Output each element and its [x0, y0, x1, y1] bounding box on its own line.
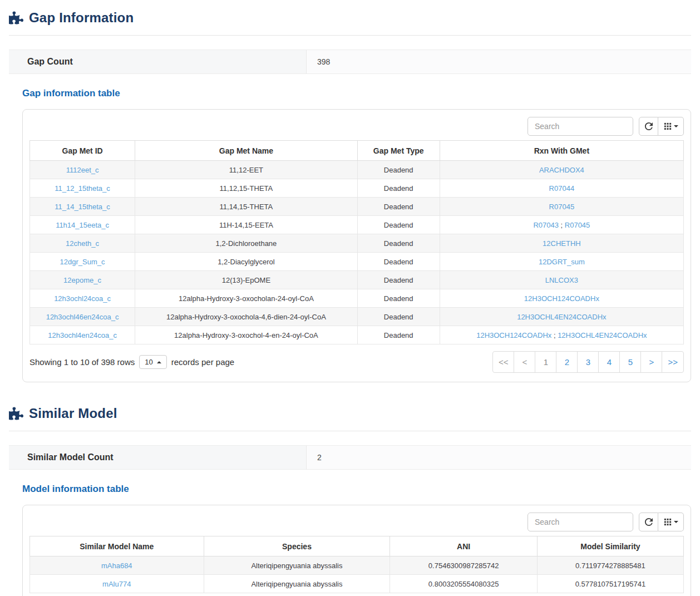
page-button[interactable]: > [640, 351, 662, 373]
gap-met-type-cell: Deadend [357, 161, 440, 179]
caret-up-icon [157, 361, 161, 363]
rxn-with-gmet-cell: R07044 [440, 179, 683, 198]
col-ani: ANI [390, 536, 537, 556]
gap-met-id-link[interactable]: 11_14_15theta_c [55, 203, 110, 211]
columns-button[interactable] [658, 513, 684, 531]
gap-count-label: Gap Count [9, 50, 307, 73]
similar-model-link[interactable]: mAlu774 [102, 580, 131, 588]
rxn-link[interactable]: 12H3OCH124COADHx [476, 331, 551, 339]
gap-table-heading-link[interactable]: Gap information table [22, 88, 691, 99]
rxn-link[interactable]: ARACHDOX4 [539, 166, 584, 174]
puzzle-piece-icon [9, 11, 23, 24]
gap-table: Gap Met ID Gap Met Name Gap Met Type Rxn… [29, 140, 684, 344]
search-input[interactable] [528, 513, 633, 531]
page-button[interactable]: << [492, 351, 515, 373]
model-table-row: mAha684Alteriqipengyuania abyssalis0.754… [30, 556, 684, 575]
similar-model-count-value: 2 [307, 446, 691, 469]
gap-table-row: 12h3ochl24coa_c12alpha-Hydroxy-3-oxochol… [30, 289, 684, 308]
gap-met-name-cell: 11,12,15-THETA [135, 179, 358, 198]
gap-met-type-cell: Deadend [357, 308, 440, 326]
page-button[interactable]: 5 [619, 351, 641, 373]
rxn-link[interactable]: 12H3OCHL4EN24COADHx [558, 331, 647, 339]
page-size-value: 10 [145, 358, 152, 366]
similar-model-section: Similar Model Similar Model Count 2 Mode… [9, 406, 691, 596]
rxn-link[interactable]: R07045 [565, 221, 590, 229]
divider [9, 431, 691, 431]
gap-met-name-cell: 12alpha-Hydroxy-3-oxochola-4,6-dien-24-o… [135, 308, 358, 326]
rxn-link[interactable]: R07043 [533, 221, 559, 229]
col-gap-met-name: Gap Met Name [135, 141, 358, 161]
caret-down-icon [674, 521, 678, 523]
gap-table-row: 12epome_c12(13)-EpOMEDeadendLNLCOX3 [30, 271, 684, 289]
gap-table-row: 1112eet_c11,12-EETDeadendARACHDOX4 [30, 161, 684, 179]
caret-down-icon [674, 125, 678, 127]
page-size-dropdown[interactable]: 10 [139, 355, 166, 369]
gap-met-name-cell: 1,2-Diacylglycerol [135, 253, 358, 271]
gap-met-type-cell: Deadend [357, 198, 440, 216]
gap-met-id-link[interactable]: 11_12_15theta_c [55, 184, 110, 193]
gap-met-type-cell: Deadend [357, 253, 440, 271]
rxn-with-gmet-cell: 12CHETHH [440, 234, 683, 253]
gap-met-name-cell: 11H-14,15-EETA [135, 216, 358, 234]
gap-met-type-cell: Deadend [357, 179, 440, 198]
rxn-link[interactable]: 12H3OCHL4EN24COADHx [517, 313, 606, 321]
rxn-link[interactable]: 12DGRT_sum [539, 258, 585, 266]
gap-table-row: 12dgr_Sum_c1,2-DiacylglycerolDeadend12DG… [30, 253, 684, 271]
gap-met-id-link[interactable]: 1112eet_c [66, 166, 99, 174]
rxn-link[interactable]: 12H3OCH124COADHx [524, 294, 599, 303]
gap-met-id-link[interactable]: 11h14_15eeta_c [56, 221, 109, 229]
gap-met-id-cell: 12epome_c [30, 271, 135, 289]
columns-grid-icon [664, 518, 672, 526]
gap-met-id-cell: 11h14_15eeta_c [30, 216, 135, 234]
rxn-link[interactable]: R07044 [549, 184, 575, 193]
columns-button[interactable] [658, 117, 684, 136]
model-table-row: mAlu774Alteriqipengyuania abyssalis0.800… [30, 575, 684, 593]
gap-met-id-link[interactable]: 12dgr_Sum_c [60, 258, 105, 266]
gap-met-name-cell: 12(13)-EpOME [135, 271, 358, 289]
gap-met-id-link[interactable]: 12h3ochl4en24coa_c [48, 331, 117, 339]
gap-met-id-cell: 11_14_15theta_c [30, 198, 135, 216]
search-input[interactable] [528, 117, 633, 136]
gap-table-row: 12cheth_c1,2-DichloroethaneDeadend12CHET… [30, 234, 684, 253]
gap-met-type-cell: Deadend [357, 289, 440, 308]
model-similarity-cell: 0.5778107517195741 [537, 575, 683, 593]
gap-table-row: 12h3ochl4en24coa_c12alpha-Hydroxy-3-oxoc… [30, 326, 684, 344]
gap-met-name-cell: 1,2-Dichloroethane [135, 234, 358, 253]
gap-table-footer: Showing 1 to 10 of 398 rows 10 records p… [29, 351, 684, 373]
refresh-button[interactable] [639, 117, 658, 136]
gap-met-name-cell: 11,14,15-THETA [135, 198, 358, 216]
gap-table-toolbar [29, 117, 684, 136]
gap-met-id-cell: 12cheth_c [30, 234, 135, 253]
gap-met-id-link[interactable]: 12h3ochl24coa_c [54, 294, 111, 303]
page-button[interactable]: 4 [598, 351, 620, 373]
page-button[interactable]: 1 [535, 351, 556, 373]
similar-model-count-row: Similar Model Count 2 [9, 445, 691, 470]
gap-toolbar-buttons [639, 117, 684, 136]
rxn-link[interactable]: R07045 [549, 203, 575, 211]
page-button[interactable]: 3 [577, 351, 599, 373]
gap-met-id-link[interactable]: 12h3ochl46en24coa_c [46, 313, 119, 321]
rxn-link[interactable]: LNLCOX3 [545, 276, 578, 284]
records-per-page-text: records per page [171, 357, 234, 367]
similar-model-count-label: Similar Model Count [9, 446, 307, 469]
gap-met-id-link[interactable]: 12cheth_c [66, 239, 99, 248]
gap-met-name-cell: 12alpha-Hydroxy-3-oxocholan-24-oyl-CoA [135, 289, 358, 308]
page-button[interactable]: >> [662, 351, 684, 373]
similar-model-link[interactable]: mAha684 [101, 561, 132, 570]
divider [9, 35, 691, 36]
col-model-similarity: Model Similarity [537, 536, 683, 556]
model-table-heading-link[interactable]: Model information table [22, 484, 691, 495]
gap-met-name-cell: 12alpha-Hydroxy-3-oxochol-4-en-24-oyl-Co… [135, 326, 358, 344]
model-toolbar-buttons [639, 513, 684, 531]
gap-met-id-cell: 12h3ochl24coa_c [30, 289, 135, 308]
gap-met-type-cell: Deadend [357, 326, 440, 344]
gap-met-id-link[interactable]: 12epome_c [63, 276, 101, 284]
page-button[interactable]: 2 [556, 351, 578, 373]
similar-model-name-cell: mAha684 [30, 556, 204, 575]
showing-rows-text: Showing 1 to 10 of 398 rows [29, 357, 135, 367]
rxn-link[interactable]: 12CHETHH [543, 239, 581, 248]
refresh-button[interactable] [639, 513, 658, 531]
rxn-with-gmet-cell: R07043 ; R07045 [440, 216, 683, 234]
page-button[interactable]: < [514, 351, 535, 373]
refresh-icon [645, 518, 653, 526]
